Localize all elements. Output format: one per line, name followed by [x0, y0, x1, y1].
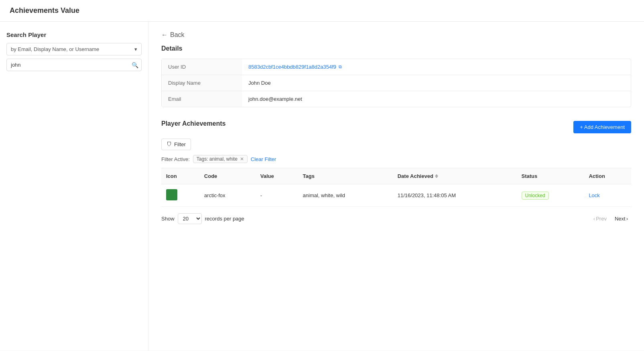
next-label: Next	[615, 216, 626, 222]
filter-icon: ⛉	[167, 141, 172, 147]
chevron-left-icon: ‹	[593, 216, 595, 222]
row-tags: animal, white, wild	[298, 184, 393, 207]
col-icon: Icon	[161, 168, 199, 184]
row-icon	[161, 184, 199, 207]
search-icon-button[interactable]: 🔍	[132, 62, 138, 68]
show-label: Show	[161, 216, 175, 222]
filter-tag: Tags: animal, white ✕	[193, 155, 248, 163]
prev-button[interactable]: ‹ Prev	[590, 214, 610, 223]
add-achievement-button[interactable]: + Add Achievement	[573, 121, 631, 133]
details-table: User ID 8583d2cbf1ce4bbdb829f1a8d2a354f9…	[161, 59, 631, 107]
search-input[interactable]	[6, 59, 142, 71]
pagination-row: Show 20 50 100 records per page ‹ Prev N…	[161, 213, 631, 224]
display-name-label: Display Name	[162, 75, 242, 91]
lock-action-link[interactable]: Lock	[589, 192, 599, 198]
achievements-header: Player Achievements + Add Achievement	[161, 120, 631, 134]
filter-tag-remove-button[interactable]: ✕	[240, 156, 244, 162]
search-player-title: Search Player	[6, 31, 142, 38]
main-content: ← Back Details User ID 8583d2cbf1ce4bbdb…	[148, 22, 644, 351]
per-page-select[interactable]: 20 50 100	[178, 213, 202, 224]
external-link-icon: ⧉	[339, 64, 342, 69]
display-name-value: John Doe	[242, 75, 631, 91]
back-arrow-icon: ←	[161, 31, 168, 39]
col-date-achieved[interactable]: Date Achieved	[393, 168, 517, 184]
table-row: arctic-fox - animal, white, wild 11/16/2…	[161, 184, 631, 207]
details-row-email: Email john.doe@example.net	[162, 91, 631, 107]
filter-active-bar: Filter Active: Tags: animal, white ✕ Cle…	[161, 155, 631, 163]
row-code: arctic-fox	[199, 184, 256, 207]
records-label: records per page	[205, 216, 244, 222]
status-badge: Unlocked	[522, 192, 549, 200]
achievements-table: Icon Code Value Tags Date Achieved	[161, 168, 631, 207]
page-title: Achievements Value	[0, 0, 644, 22]
sidebar: Search Player by Email, Display Name, or…	[0, 22, 148, 351]
pagination-right: ‹ Prev Next ›	[590, 214, 631, 223]
user-id-label: User ID	[162, 59, 242, 75]
row-date-achieved: 11/16/2023, 11:48:05 AM	[393, 184, 517, 207]
details-section-title: Details	[161, 45, 631, 52]
back-link[interactable]: ← Back	[161, 31, 631, 39]
col-action: Action	[584, 168, 631, 184]
chevron-right-icon: ›	[626, 216, 628, 222]
row-status: Unlocked	[517, 184, 584, 207]
col-status: Status	[517, 168, 584, 184]
chevron-down-icon: ▾	[134, 46, 137, 52]
col-value: Value	[256, 168, 298, 184]
prev-label: Prev	[596, 216, 607, 222]
filter-active-label: Filter Active:	[161, 156, 190, 162]
email-value: john.doe@example.net	[242, 91, 631, 107]
dropdown-label: by Email, Display Name, or Username	[11, 46, 99, 52]
back-label: Back	[170, 31, 185, 39]
search-type-dropdown[interactable]: by Email, Display Name, or Username ▾	[6, 43, 142, 55]
date-sort-icon[interactable]	[435, 174, 438, 178]
col-tags: Tags	[298, 168, 393, 184]
row-value: -	[256, 184, 298, 207]
row-action[interactable]: Lock	[584, 184, 631, 207]
filter-button-label: Filter	[174, 141, 186, 147]
pagination-left: Show 20 50 100 records per page	[161, 213, 244, 224]
col-code: Code	[199, 168, 256, 184]
user-id-value[interactable]: 8583d2cbf1ce4bbdb829f1a8d2a354f9 ⧉	[242, 59, 631, 75]
filter-tag-text: Tags: animal, white	[197, 156, 238, 162]
details-row-displayname: Display Name John Doe	[162, 75, 631, 91]
next-button[interactable]: Next ›	[611, 214, 631, 223]
achievement-icon	[166, 189, 177, 200]
filter-button[interactable]: ⛉ Filter	[161, 139, 191, 150]
table-header-row: Icon Code Value Tags Date Achieved	[161, 168, 631, 184]
details-row-userid: User ID 8583d2cbf1ce4bbdb829f1a8d2a354f9…	[162, 59, 631, 75]
clear-filter-button[interactable]: Clear Filter	[251, 156, 276, 162]
email-label: Email	[162, 91, 242, 107]
achievements-section-title: Player Achievements	[161, 120, 226, 127]
